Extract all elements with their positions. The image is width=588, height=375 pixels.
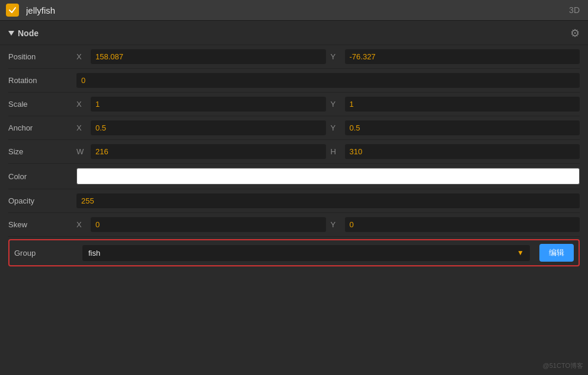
watermark-label: @51CTO博客 <box>543 361 583 370</box>
skew-y-axis: Y <box>331 220 340 229</box>
3d-label: 3D <box>569 5 582 15</box>
node-enabled-checkbox[interactable] <box>6 4 19 17</box>
color-label: Color <box>8 172 76 181</box>
group-label: Group <box>14 249 82 258</box>
anchor-y-axis: Y <box>331 123 340 132</box>
opacity-input[interactable] <box>76 193 580 208</box>
group-select[interactable]: fish none enemies player <box>82 245 530 261</box>
opacity-fields <box>76 193 580 208</box>
position-y-input[interactable] <box>345 49 580 64</box>
title-bar: 3D <box>0 0 588 21</box>
scale-x-input[interactable] <box>91 97 326 112</box>
skew-x-input[interactable] <box>91 217 326 232</box>
position-row: Position X Y <box>8 45 580 69</box>
opacity-label: Opacity <box>8 196 76 205</box>
skew-row: Skew X Y <box>8 213 580 237</box>
section-title-label: Node <box>18 28 39 38</box>
rotation-row: Rotation <box>8 69 580 93</box>
edit-group-button[interactable]: 编辑 <box>539 244 574 262</box>
skew-y-input[interactable] <box>345 217 580 232</box>
scale-y-input[interactable] <box>345 97 580 112</box>
properties-container: Position X Y Rotation Scale X Y <box>0 45 588 266</box>
collapse-triangle-icon[interactable] <box>8 31 14 36</box>
skew-label: Skew <box>8 220 76 229</box>
size-w-axis: W <box>76 147 86 156</box>
group-dropdown-wrapper: fish none enemies player ▼ <box>82 245 530 261</box>
scale-row: Scale X Y <box>8 93 580 116</box>
position-y-axis: Y <box>331 52 340 61</box>
node-name-input[interactable] <box>24 4 564 17</box>
color-swatch[interactable] <box>76 168 580 185</box>
scale-y-axis: Y <box>331 100 340 109</box>
anchor-row: Anchor X Y <box>8 116 580 140</box>
rotation-input[interactable] <box>76 73 580 88</box>
rotation-label: Rotation <box>8 76 76 85</box>
skew-fields: X Y <box>76 217 580 232</box>
skew-x-axis: X <box>76 220 86 229</box>
position-x-axis: X <box>76 52 86 61</box>
inspector-panel: 3D Node ⚙ Position X Y Rotation <box>0 0 588 266</box>
color-row: Color <box>8 164 580 189</box>
opacity-row: Opacity <box>8 189 580 213</box>
anchor-label: Anchor <box>8 123 76 132</box>
node-section-header: Node ⚙ <box>0 21 588 45</box>
position-label: Position <box>8 52 76 61</box>
size-h-input[interactable] <box>345 144 580 159</box>
anchor-y-input[interactable] <box>345 120 580 135</box>
scale-fields: X Y <box>76 97 580 112</box>
scale-x-axis: X <box>76 100 86 109</box>
anchor-x-input[interactable] <box>91 120 326 135</box>
position-x-input[interactable] <box>91 49 326 64</box>
size-label: Size <box>8 147 76 156</box>
scale-label: Scale <box>8 100 76 109</box>
size-h-axis: H <box>331 147 340 156</box>
size-fields: W H <box>76 144 580 159</box>
settings-gear-icon[interactable]: ⚙ <box>570 27 580 40</box>
section-title-node: Node <box>8 28 39 38</box>
size-w-input[interactable] <box>91 144 326 159</box>
group-row: Group fish none enemies player ▼ 编辑 <box>8 239 580 266</box>
group-fields: fish none enemies player ▼ 编辑 <box>82 244 574 262</box>
size-row: Size W H <box>8 140 580 164</box>
anchor-x-axis: X <box>76 123 86 132</box>
anchor-fields: X Y <box>76 120 580 135</box>
position-fields: X Y <box>76 49 580 64</box>
color-fields <box>76 168 580 185</box>
rotation-fields <box>76 73 580 88</box>
